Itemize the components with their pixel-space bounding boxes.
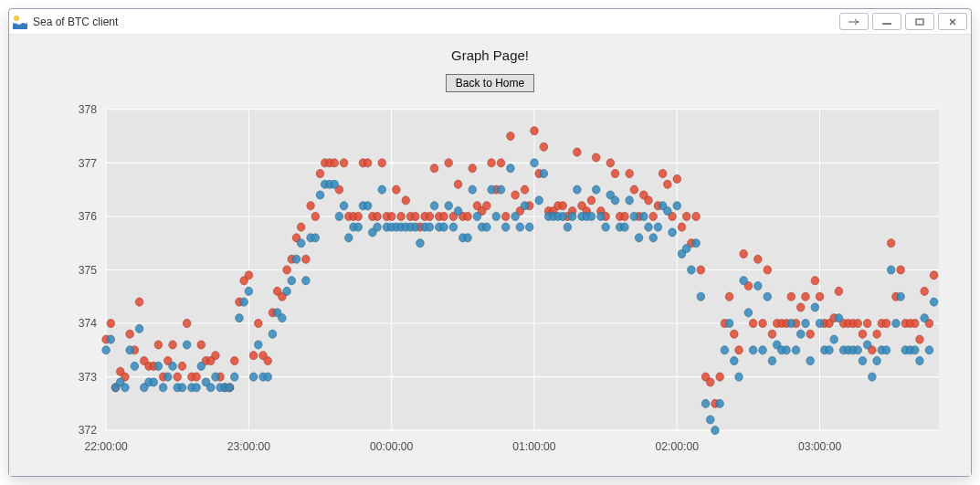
data-point	[768, 356, 776, 364]
data-point	[678, 223, 686, 231]
data-point	[796, 303, 805, 311]
data-point	[449, 223, 458, 231]
data-point	[635, 234, 643, 242]
data-point	[673, 174, 681, 183]
data-point	[340, 159, 348, 167]
data-point	[645, 223, 653, 231]
data-point	[107, 320, 115, 328]
maximize-button[interactable]	[905, 13, 934, 30]
data-point	[440, 212, 448, 220]
data-point	[121, 384, 130, 392]
data-point	[649, 212, 658, 220]
data-point	[107, 335, 115, 343]
data-point	[740, 277, 748, 285]
svg-text:378: 378	[79, 103, 97, 116]
data-point	[854, 346, 862, 354]
data-point	[169, 341, 177, 349]
data-point	[297, 223, 305, 231]
data-point	[178, 384, 186, 392]
data-point	[688, 266, 696, 274]
data-point	[526, 223, 534, 231]
data-point	[197, 341, 205, 349]
data-point	[483, 223, 491, 231]
data-point	[802, 320, 810, 328]
close-button[interactable]	[938, 13, 967, 30]
data-point	[564, 223, 572, 231]
undock-button[interactable]	[839, 13, 869, 30]
data-point	[331, 180, 339, 188]
data-point	[416, 239, 425, 248]
data-point	[716, 373, 724, 381]
data-point	[930, 298, 938, 306]
data-point	[692, 212, 701, 220]
data-point	[364, 202, 372, 210]
minimize-button[interactable]	[872, 13, 901, 30]
svg-text:03:00:00: 03:00:00	[798, 439, 841, 452]
data-point	[402, 196, 410, 205]
data-point	[511, 191, 520, 199]
data-point	[706, 378, 714, 386]
scatter-plot[interactable]: 22:00:0023:00:0000:00:0001:00:0002:00:00…	[27, 100, 953, 465]
data-point	[411, 223, 419, 231]
data-point	[393, 185, 401, 194]
data-point	[454, 207, 462, 216]
data-point	[316, 170, 324, 178]
data-point	[135, 324, 143, 332]
data-point	[411, 212, 419, 220]
data-point	[507, 164, 515, 173]
data-point	[497, 185, 505, 194]
data-point	[721, 346, 729, 354]
data-point	[802, 292, 810, 300]
data-point	[154, 362, 163, 370]
data-point	[183, 341, 191, 349]
data-point	[787, 292, 796, 300]
data-point	[430, 164, 438, 173]
data-point	[193, 373, 201, 381]
data-point	[231, 356, 239, 364]
data-point	[364, 159, 372, 167]
data-point	[611, 196, 619, 205]
data-point	[297, 239, 305, 248]
data-point	[126, 330, 134, 338]
data-point	[540, 170, 548, 178]
titlebar[interactable]: Sea of BTC client	[9, 9, 971, 35]
data-point	[559, 202, 567, 210]
data-point	[159, 384, 167, 392]
svg-text:375: 375	[79, 263, 97, 276]
data-point	[249, 373, 258, 381]
data-point	[659, 170, 667, 178]
data-point	[150, 378, 158, 386]
data-point	[869, 373, 877, 381]
svg-text:00:00:00: 00:00:00	[370, 439, 413, 452]
data-point	[816, 320, 824, 328]
data-point	[174, 373, 182, 381]
data-point	[206, 384, 215, 392]
data-point	[682, 212, 690, 220]
data-point	[897, 292, 905, 300]
data-point	[283, 266, 291, 274]
data-point	[735, 346, 743, 354]
data-point	[716, 399, 724, 407]
data-point	[887, 266, 895, 274]
back-home-button[interactable]: Back to Home	[446, 74, 534, 92]
data-point	[916, 356, 924, 364]
data-point	[731, 330, 739, 338]
data-point	[488, 159, 496, 167]
svg-rect-2	[916, 19, 923, 25]
data-point	[882, 346, 890, 354]
data-point	[792, 346, 800, 354]
page-title: Graph Page!	[451, 47, 529, 63]
plot-container: 22:00:0023:00:0000:00:0001:00:0002:00:00…	[9, 92, 971, 476]
data-point	[131, 362, 139, 370]
data-point	[521, 202, 529, 210]
data-point	[826, 346, 834, 354]
data-point	[811, 303, 819, 311]
data-point	[725, 320, 733, 328]
data-point	[816, 292, 824, 300]
svg-text:22:00:00: 22:00:00	[84, 439, 127, 452]
data-point	[488, 185, 496, 194]
data-point	[345, 234, 353, 242]
svg-text:373: 373	[79, 371, 97, 384]
data-point	[921, 287, 929, 295]
data-point	[311, 212, 320, 220]
